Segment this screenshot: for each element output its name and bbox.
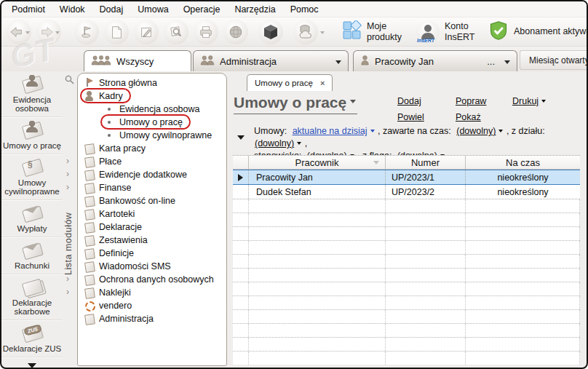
pin-icon[interactable] xyxy=(64,74,75,88)
cloud-database-icon xyxy=(297,23,314,41)
module-item[interactable]: Ochrona danych osobowych xyxy=(78,273,226,286)
table-row[interactable]: Pracowity Jan UP/2023/1 nieokreślony xyxy=(233,170,580,185)
moje-produkty-button[interactable]: Moje produkty xyxy=(342,20,406,43)
module-item[interactable]: Strona główna xyxy=(78,76,226,90)
sidebar-item-label: Wypłaty xyxy=(2,224,62,233)
pokaz-link[interactable]: Pokaż xyxy=(456,112,481,122)
body: Ewidencja osobowaUmowy o pracęUmowy cywi… xyxy=(1,71,587,368)
page-title-menu[interactable]: Umowy o pracę xyxy=(234,94,357,114)
expander-chevron-icon[interactable]: › xyxy=(66,274,69,283)
module-item[interactable]: Kartoteki xyxy=(78,207,226,221)
expander-chevron-icon[interactable]: › xyxy=(66,261,69,270)
sidebar-item[interactable]: Umowy o pracę xyxy=(1,117,63,154)
module-item-label: Wiadomości SMS xyxy=(99,261,171,271)
filter-collapse-button[interactable] xyxy=(237,135,245,140)
module-item[interactable]: Finanse xyxy=(78,181,226,194)
sidebar-item[interactable]: Ewidencja osobowa xyxy=(1,71,63,117)
menu-operacje[interactable]: Operacje xyxy=(176,3,228,16)
menu-umowa[interactable]: Umowa xyxy=(130,3,175,16)
expander-chevron-icon[interactable]: › xyxy=(66,287,69,296)
chevron-down-icon xyxy=(320,31,325,36)
sidebar-item[interactable]: Deklaracje skarbowe xyxy=(1,274,63,320)
content-tab-umowy-o-prace[interactable]: Umowy o pracę × xyxy=(247,74,333,91)
menu-pomoc[interactable]: Pomoc xyxy=(283,3,326,16)
konto-insert-label: Konto InsERT xyxy=(445,21,478,42)
drukuj-link[interactable]: Drukuj xyxy=(512,96,546,106)
people-group-icon xyxy=(91,55,111,68)
empty-table-row xyxy=(233,241,580,255)
menu-podmiot[interactable]: Podmiot xyxy=(4,3,52,16)
forward-button[interactable] xyxy=(36,20,61,44)
sidebar-item[interactable]: Wypłaty xyxy=(1,200,63,237)
sidebar-item-label: Rachunki xyxy=(2,261,62,270)
content-tab-label: Umowy o pracę xyxy=(255,79,313,87)
print-button[interactable] xyxy=(194,20,218,44)
module-item[interactable]: Wiadomości SMS xyxy=(78,260,226,273)
filter-dropdown[interactable]: aktualne na dzisiaj xyxy=(293,126,375,136)
chevron-down-icon xyxy=(297,142,301,147)
tab-administracja[interactable]: Administracja xyxy=(193,50,349,71)
module-item[interactable]: Definicje xyxy=(78,247,226,260)
table-row[interactable]: Dudek Stefan UP/2023/2 nieokreślony xyxy=(233,185,580,199)
cube-button[interactable] xyxy=(258,20,283,44)
menu-widok[interactable]: Widok xyxy=(52,3,92,16)
module-item[interactable]: Zestawienia xyxy=(78,234,226,247)
module-item[interactable]: Umowy cywilnoprawne xyxy=(78,129,226,142)
flag-icon xyxy=(79,24,95,40)
sidebar-item[interactable]: Rachunki xyxy=(1,237,63,274)
menu-narzedzia[interactable]: Narzędzia xyxy=(227,3,282,16)
filter-dropdown[interactable]: (dowolny) xyxy=(456,126,503,136)
doc-icon xyxy=(84,183,95,193)
tab-pracowity-jan[interactable]: Pracowity Jan ... xyxy=(353,50,517,71)
module-item[interactable]: Karta pracy xyxy=(78,142,226,155)
expander-chevron-icon[interactable]: › xyxy=(66,156,69,165)
popraw-link[interactable]: Popraw xyxy=(456,96,486,106)
edit-button[interactable] xyxy=(134,20,159,44)
module-item-label: Płace xyxy=(99,156,122,167)
module-item[interactable]: Umowy o pracę xyxy=(78,116,226,129)
module-item-label: Ochrona danych osobowych xyxy=(99,274,214,285)
module-item[interactable]: Kadry xyxy=(78,90,226,103)
filter-dropdown[interactable]: (dowolny) xyxy=(255,138,301,148)
module-item-label: Kadry xyxy=(99,91,123,101)
expander-chevron-icon[interactable]: › xyxy=(66,183,69,191)
header-label: Na czas xyxy=(506,157,540,168)
powiel-link[interactable]: Powiel xyxy=(397,112,424,122)
header-na-czas[interactable]: Na czas xyxy=(466,156,580,169)
drukuj-label: Drukuj xyxy=(512,96,539,106)
module-item[interactable]: Płace xyxy=(78,155,226,168)
abonament-status[interactable]: Abonament aktywny xyxy=(488,20,588,44)
sidebar-item-label: Ewidencja osobowa xyxy=(2,95,62,113)
module-item[interactable]: Deklaracje xyxy=(78,221,226,234)
sidebar-item[interactable]: Umowy cywilnoprawne xyxy=(1,154,63,200)
empty-table-row xyxy=(233,310,580,324)
sidebar-more-button[interactable] xyxy=(28,363,36,368)
module-item[interactable]: Bankowość on-line xyxy=(78,194,226,207)
flag-icon xyxy=(84,78,95,88)
module-item[interactable]: Naklejki xyxy=(78,286,226,299)
menu-dodaj[interactable]: Dodaj xyxy=(92,3,131,16)
envelopes-icon xyxy=(17,203,47,223)
cloud-data-button[interactable] xyxy=(293,20,318,44)
header-numer[interactable]: Numer xyxy=(386,156,466,169)
chevron-down-icon xyxy=(541,100,546,105)
flag-button[interactable] xyxy=(74,20,99,44)
web-button[interactable] xyxy=(223,20,248,44)
konto-insert-button[interactable]: InsERT Konto InsERT xyxy=(416,20,478,44)
header-pracownik[interactable]: Pracownik xyxy=(249,156,386,169)
expander-chevron-icon[interactable]: › xyxy=(66,170,69,178)
sidebar-item[interactable]: Deklaracje ZUS xyxy=(1,320,63,357)
close-icon[interactable]: × xyxy=(320,79,325,87)
empty-table-row xyxy=(233,255,580,269)
back-button[interactable] xyxy=(7,20,31,44)
dodaj-link[interactable]: Dodaj xyxy=(397,96,421,106)
tab-wszyscy[interactable]: Wszyscy xyxy=(84,50,191,71)
module-list-strip-label[interactable]: Lista modułów xyxy=(63,180,76,275)
module-item[interactable]: Administracja xyxy=(78,312,226,325)
new-document-button[interactable] xyxy=(104,20,129,44)
module-item[interactable]: Ewidencje dodatkowe xyxy=(78,168,226,181)
module-item[interactable]: vendero xyxy=(78,299,226,312)
empty-table-row xyxy=(233,338,580,352)
module-item[interactable]: Ewidencja osobowa xyxy=(78,103,226,116)
find-button[interactable] xyxy=(164,20,188,44)
